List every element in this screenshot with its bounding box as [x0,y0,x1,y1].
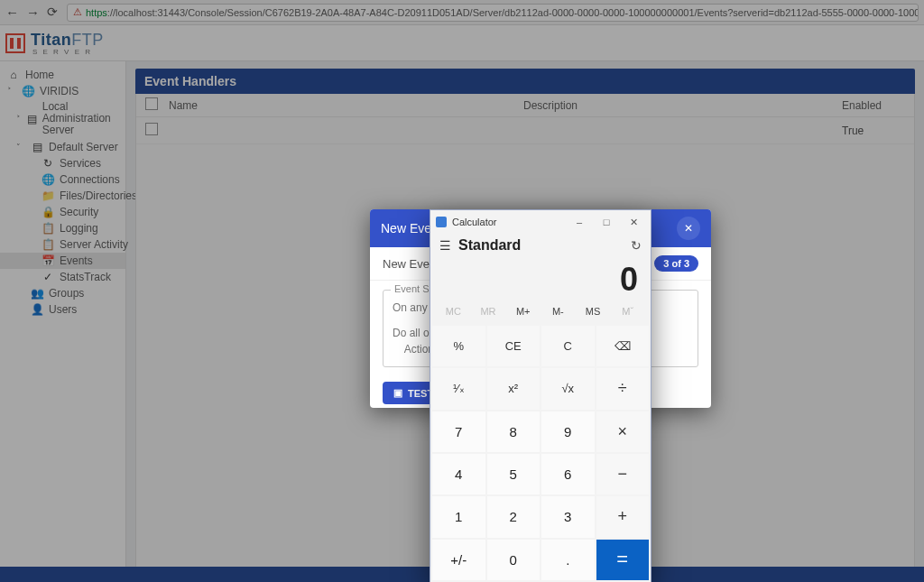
key-0[interactable]: 0 [487,540,541,580]
key-9[interactable]: 9 [541,411,595,452]
step-indicator: 3 of 3 [654,255,698,272]
maximize-button[interactable]: □ [593,212,620,232]
key-1[interactable]: 1 [432,496,485,537]
key-2[interactable]: 2 [487,496,541,537]
key-equals[interactable]: = [596,540,650,580]
history-icon[interactable]: ↻ [631,238,642,253]
calculator-window: Calculator – □ ✕ ☰ Standard ↻ 0 MC MR M+… [430,209,651,582]
window-buttons: – □ ✕ [566,212,647,232]
key-multiply[interactable]: × [596,411,650,452]
dialog-close-button[interactable]: ✕ [677,217,700,240]
key-minus[interactable]: − [596,454,650,494]
calculator-keypad: % CE C ⌫ ¹⁄ₓ x² √x ÷ 7 8 9 × 4 5 6 − 1 2… [430,324,651,582]
calculator-mode: Standard [458,237,631,254]
mem-ms[interactable]: MS [576,304,611,319]
key-sqrt[interactable]: √x [541,368,595,409]
key-6[interactable]: 6 [541,454,595,494]
key-negate[interactable]: +/- [432,540,485,580]
key-8[interactable]: 8 [487,411,541,452]
key-decimal[interactable]: . [541,540,595,580]
calculator-icon [436,217,447,227]
window-title: Calculator [452,217,497,227]
calculator-display: 0 [430,255,651,302]
calculator-titlebar[interactable]: Calculator – □ ✕ [430,210,651,234]
close-button[interactable]: ✕ [620,212,647,232]
key-backspace[interactable]: ⌫ [596,326,650,366]
key-4[interactable]: 4 [432,454,485,494]
key-ce[interactable]: CE [487,326,541,366]
mode-row: ☰ Standard ↻ [430,234,651,255]
key-square[interactable]: x² [487,368,541,409]
titlebar-left: Calculator [436,217,497,227]
key-reciprocal[interactable]: ¹⁄ₓ [432,368,485,409]
hamburger-icon[interactable]: ☰ [439,238,451,253]
minimize-button[interactable]: – [566,212,593,232]
memory-row: MC MR M+ M- MS Mˇ [430,302,651,324]
mem-mminus[interactable]: M- [541,304,576,319]
key-3[interactable]: 3 [541,496,595,537]
key-plus[interactable]: + [596,496,650,537]
key-7[interactable]: 7 [432,411,485,452]
mem-mc: MC [436,304,471,319]
mem-mv: Mˇ [610,304,645,319]
mem-mplus[interactable]: M+ [505,304,541,319]
flask-icon: ▣ [393,387,402,399]
mem-mr: MR [471,304,506,319]
key-5[interactable]: 5 [487,454,541,494]
key-percent[interactable]: % [432,326,485,366]
key-c[interactable]: C [541,326,595,366]
key-divide[interactable]: ÷ [596,368,650,409]
